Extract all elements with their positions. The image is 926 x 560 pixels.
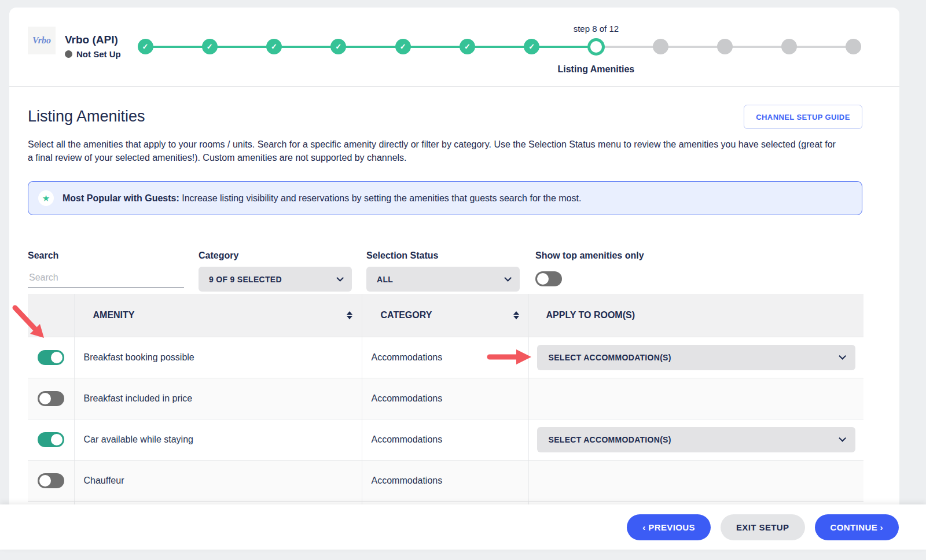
channel-status: Not Set Up xyxy=(65,49,121,59)
apply-column-header: APPLY TO ROOM(S) xyxy=(528,294,863,337)
search-input[interactable] xyxy=(28,269,184,288)
toggle-knob xyxy=(51,352,63,363)
toggle-knob xyxy=(39,475,51,487)
wizard-header: Vrbo Vrbo (API) Not Set Up step 8 of 12 … xyxy=(9,8,899,87)
step-node-upcoming[interactable] xyxy=(653,39,668,54)
category-filter: Category 9 OF 9 SELECTED xyxy=(199,250,352,292)
step-node-done[interactable]: ✓ xyxy=(395,39,411,54)
sort-icon[interactable] xyxy=(513,311,519,319)
selection-status-filter: Selection Status ALL xyxy=(366,250,520,292)
search-label: Search xyxy=(28,250,184,261)
channel-name: Vrbo (API) xyxy=(65,34,121,46)
step-node-done[interactable]: ✓ xyxy=(524,39,539,54)
toggle-knob xyxy=(39,393,51,404)
apply-rooms-select[interactable]: SELECT ACCOMMODATION(S) xyxy=(537,345,856,370)
channel-logo: Vrbo xyxy=(28,27,56,54)
amenity-toggle[interactable] xyxy=(38,350,64,365)
amenity-category: Accommodations xyxy=(372,476,443,485)
table-row: Breakfast booking possible Accommodation… xyxy=(28,337,863,378)
exit-setup-button[interactable]: EXIT SETUP xyxy=(721,514,805,540)
top-amenities-filter: Show top amenities only xyxy=(535,250,644,286)
step-node-done[interactable]: ✓ xyxy=(266,39,282,54)
step-node-done[interactable]: ✓ xyxy=(460,39,475,54)
table-row: Chauffeur Accommodations xyxy=(28,460,863,501)
banner-text: Most Popular with Guests: Increase listi… xyxy=(63,193,581,204)
table-row: Car available while staying Accommodatio… xyxy=(28,419,863,460)
amenity-column-header[interactable]: AMENITY xyxy=(74,294,362,337)
amenity-name: Car available while staying xyxy=(84,434,193,444)
banner-title: Most Popular with Guests: xyxy=(63,193,179,203)
wizard-footer: ‹ PREVIOUS EXIT SETUP CONTINUE › xyxy=(0,504,926,550)
step-node-done[interactable]: ✓ xyxy=(138,39,153,54)
amenity-category: Accommodations xyxy=(372,393,443,403)
amenity-category: Accommodations xyxy=(372,434,443,444)
top-amenities-label: Show top amenities only xyxy=(535,250,644,261)
apply-rooms-value: SELECT ACCOMMODATION(S) xyxy=(549,353,671,362)
chevron-down-icon xyxy=(336,274,344,282)
page-title: Listing Amenities xyxy=(28,108,145,126)
step-node-upcoming[interactable] xyxy=(781,39,797,54)
step-node-upcoming[interactable] xyxy=(717,39,733,54)
selection-status-select[interactable]: ALL xyxy=(366,267,520,292)
category-select-value: 9 OF 9 SELECTED xyxy=(209,275,282,284)
category-column-header[interactable]: CATEGORY xyxy=(362,294,528,337)
channel-meta: Vrbo (API) Not Set Up xyxy=(65,34,121,59)
chevron-down-icon xyxy=(839,352,846,360)
apply-rooms-value: SELECT ACCOMMODATION(S) xyxy=(549,435,671,444)
amenity-category: Accommodations xyxy=(372,352,443,362)
step-node-current[interactable] xyxy=(587,38,605,56)
channel-setup-guide-button[interactable]: CHANNEL SETUP GUIDE xyxy=(744,105,862,129)
top-amenities-toggle[interactable] xyxy=(535,271,562,286)
channel-status-label: Not Set Up xyxy=(76,49,121,59)
amenity-name: Chauffeur xyxy=(84,476,124,485)
amenity-name: Breakfast included in price xyxy=(84,393,193,403)
step-counter-label: step 8 of 12 xyxy=(574,24,619,34)
step-node-upcoming[interactable] xyxy=(846,39,861,54)
chevron-down-icon xyxy=(839,434,846,442)
banner-body: Increase listing visibility and reservat… xyxy=(182,193,581,203)
status-dot-icon xyxy=(65,50,72,58)
search-filter: Search xyxy=(28,250,184,288)
star-badge: ★ xyxy=(38,190,54,206)
apply-rooms-select[interactable]: SELECT ACCOMMODATION(S) xyxy=(537,427,856,452)
amenities-table: AMENITY CATEGORY APPLY TO ROOM(S) xyxy=(28,294,863,513)
setup-wizard-card: Vrbo Vrbo (API) Not Set Up step 8 of 12 … xyxy=(9,8,899,544)
amenity-toggle[interactable] xyxy=(38,391,64,406)
category-select[interactable]: 9 OF 9 SELECTED xyxy=(199,267,352,292)
most-popular-banner: ★ Most Popular with Guests: Increase lis… xyxy=(28,181,862,215)
selection-status-value: ALL xyxy=(377,275,393,284)
amenity-toggle[interactable] xyxy=(38,432,64,447)
previous-button[interactable]: ‹ PREVIOUS xyxy=(627,514,711,540)
chevron-down-icon xyxy=(504,274,512,282)
continue-button[interactable]: CONTINUE › xyxy=(815,514,899,540)
star-icon: ★ xyxy=(42,194,50,202)
amenity-name: Breakfast booking possible xyxy=(84,352,194,362)
table-row: Breakfast included in price Accommodatio… xyxy=(28,378,863,419)
progress-stepper: step 8 of 12 Listing Amenities ✓✓✓✓✓✓✓ xyxy=(138,8,867,87)
amenity-header-label: AMENITY xyxy=(93,310,135,320)
sort-icon[interactable] xyxy=(347,311,352,319)
toggle-knob xyxy=(51,434,63,445)
vrbo-logo-text: Vrbo xyxy=(32,35,51,46)
step-node-done[interactable]: ✓ xyxy=(330,39,346,54)
toggle-column-header xyxy=(28,294,74,337)
apply-header-label: APPLY TO ROOM(S) xyxy=(546,310,635,320)
current-step-name: Listing Amenities xyxy=(557,64,634,75)
step-node-done[interactable]: ✓ xyxy=(202,39,218,54)
page-description: Select all the amenities that apply to y… xyxy=(28,138,841,164)
table-header-row: AMENITY CATEGORY APPLY TO ROOM(S) xyxy=(28,294,863,337)
selection-status-label: Selection Status xyxy=(366,250,520,261)
amenity-toggle[interactable] xyxy=(38,473,64,488)
category-label: Category xyxy=(199,250,352,261)
category-header-label: CATEGORY xyxy=(381,310,432,320)
toggle-knob xyxy=(537,273,549,285)
